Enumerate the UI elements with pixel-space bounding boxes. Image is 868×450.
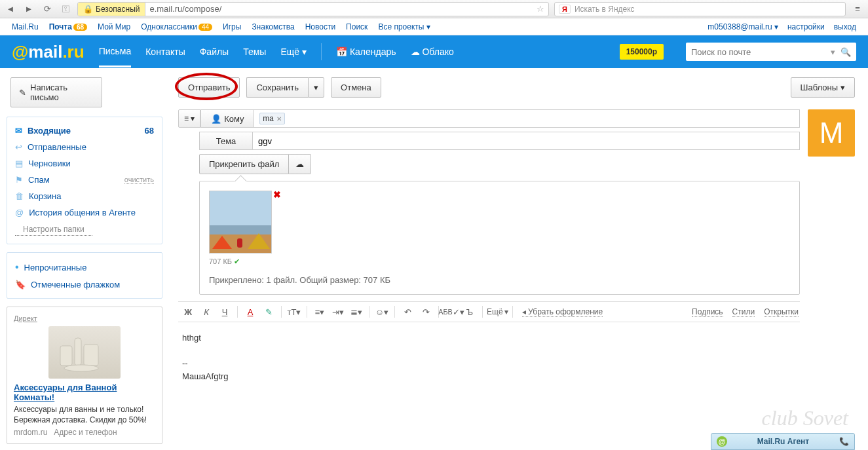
browser-toolbar: ◄ ► ⟳ ⚿ 🔒 Безопасный e.mail.ru/compose/ … <box>0 0 868 18</box>
compose-button[interactable]: ✎ Написать письмо <box>10 77 102 107</box>
folder-drafts[interactable]: ▤ Черновики <box>7 155 162 172</box>
highlight-icon[interactable]: ✎ <box>260 304 277 320</box>
avatar[interactable]: M <box>808 109 855 157</box>
signature-link[interactable]: Подпись <box>692 307 723 317</box>
portal-link-all[interactable]: Все проекты ▾ <box>378 22 430 31</box>
tab-themes[interactable]: Темы <box>243 47 266 57</box>
search-dropdown-icon[interactable]: ▾ <box>831 47 835 57</box>
postcards-link[interactable]: Открытки <box>764 307 799 317</box>
editor-body[interactable]: hthgt -- МашаAfgtrg <box>178 322 800 392</box>
remove-recipient-icon[interactable]: ✕ <box>276 115 282 122</box>
agent-icon: @ <box>15 208 24 217</box>
layout-toggle[interactable]: ≡ ▾ <box>178 109 200 128</box>
to-input[interactable]: ma✕ <box>254 109 800 128</box>
logout-link[interactable]: выход <box>834 22 856 31</box>
folder-trash[interactable]: 🗑 Корзина <box>7 188 162 204</box>
tab-cloud[interactable]: ☁ Облако <box>411 47 454 57</box>
inbox-icon: ✉ <box>15 126 22 136</box>
attachment-thumb[interactable]: ✖ 707 КБ ✔ <box>209 191 272 266</box>
folder-spam[interactable]: ⚑ Спам очистить <box>7 172 162 188</box>
cancel-button[interactable]: Отмена <box>331 77 381 98</box>
forward-icon[interactable]: ► <box>22 3 35 16</box>
italic-icon[interactable]: К <box>198 304 215 320</box>
tab-more[interactable]: Ещё ▾ <box>280 47 307 57</box>
filter-unread[interactable]: • Непрочитанные <box>7 258 162 276</box>
tab-contacts[interactable]: Контакты <box>145 47 185 57</box>
filter-flagged[interactable]: 🔖 Отмеченные флажком <box>7 276 162 293</box>
search-icon[interactable]: 🔍 <box>840 47 851 57</box>
recipient-chip[interactable]: ma✕ <box>259 113 285 124</box>
key-icon[interactable]: ⚿ <box>59 3 72 16</box>
emoji-icon[interactable]: ☺▾ <box>373 304 390 320</box>
tab-letters[interactable]: Письма <box>99 46 132 67</box>
tab-files[interactable]: Файлы <box>200 47 229 57</box>
subject-row: Тема <box>199 132 800 150</box>
redo-icon[interactable]: ↷ <box>417 304 434 320</box>
ad-title-link[interactable]: Аксессуары для Ванной Комнаты! <box>14 383 117 402</box>
clear-spam[interactable]: очистить <box>124 176 154 184</box>
portal-link-mail[interactable]: Почта68 <box>49 22 87 31</box>
folder-sent[interactable]: ↩ Отправленные <box>7 139 162 155</box>
ad-image[interactable] <box>48 326 121 379</box>
user-email[interactable]: m050388@mail.ru ▾ <box>708 22 778 31</box>
save-split-button: Сохранить ▾ <box>246 77 324 98</box>
attach-button[interactable]: Прикрепить файл <box>199 154 289 174</box>
check-icon: ✔ <box>234 257 240 265</box>
star-icon[interactable]: ☆ <box>533 4 548 14</box>
text-color-icon[interactable]: A <box>242 304 259 320</box>
portal-link-search[interactable]: Поиск <box>346 22 368 31</box>
yandex-search[interactable]: Я Искать в Яндекс <box>554 2 846 16</box>
lock-icon: 🔒 <box>83 5 93 14</box>
menu-icon[interactable]: ≡ <box>851 3 864 16</box>
portal-link-games[interactable]: Игры <box>223 22 241 31</box>
save-button[interactable]: Сохранить <box>246 77 308 98</box>
folder-label: Входящие <box>28 126 71 136</box>
back-icon[interactable]: ◄ <box>4 3 17 16</box>
clear-format[interactable]: ◂ Убрать оформление <box>522 307 603 317</box>
calendar-icon: 📅 <box>336 47 347 57</box>
portal-link-mailru[interactable]: Mail.Ru <box>12 22 39 31</box>
folder-inbox[interactable]: ✉ Входящие 68 <box>7 122 162 139</box>
mail-badge: 68 <box>73 24 87 31</box>
portal-link-mymir[interactable]: Мой Мир <box>98 22 130 31</box>
mail-search[interactable]: ▾ 🔍 <box>686 43 856 61</box>
settings-link[interactable]: настройки <box>787 22 825 31</box>
watermark: club Sovet <box>762 406 848 430</box>
list-icon[interactable]: ≣▾ <box>348 304 365 320</box>
ad-block: Директ Аксессуары для Ванной Комнаты! Ак… <box>7 307 162 444</box>
subject-input[interactable] <box>253 132 800 150</box>
remove-attachment-icon[interactable]: ✖ <box>273 189 281 200</box>
folder-agent-history[interactable]: @ История общения в Агенте <box>7 204 162 221</box>
svg-point-3 <box>64 365 98 371</box>
align-icon[interactable]: ≡▾ <box>311 304 328 320</box>
content: ✎ Написать письмо ✉ Входящие 68 ↩ Отправ… <box>0 68 868 450</box>
configure-folders[interactable]: Настроить папки <box>15 223 92 236</box>
toolbar-more[interactable]: Ещё▾ <box>487 307 508 316</box>
tab-calendar[interactable]: 📅 Календарь <box>336 47 396 57</box>
reload-icon[interactable]: ⟳ <box>41 3 54 16</box>
indent-icon[interactable]: ⇥▾ <box>330 304 347 320</box>
spellcheck-icon[interactable]: АБВ✓▾ <box>443 304 460 320</box>
save-dropdown[interactable]: ▾ <box>308 77 324 98</box>
styles-link[interactable]: Стили <box>732 307 755 317</box>
font-size-icon[interactable]: тТ▾ <box>286 304 303 320</box>
search-input[interactable] <box>691 47 825 57</box>
bold-icon[interactable]: Ж <box>179 304 197 320</box>
attach-cloud-button[interactable]: ☁ <box>289 154 311 174</box>
undo-icon[interactable]: ↶ <box>399 304 416 320</box>
underline-icon[interactable]: Ч <box>216 304 233 320</box>
portal-link-dating[interactable]: Знакомства <box>252 22 294 31</box>
spam-icon: ⚑ <box>15 175 23 185</box>
portal-link-news[interactable]: Новости <box>305 22 335 31</box>
portal-link-ok[interactable]: Одноклассники44 <box>141 22 212 31</box>
phone-icon[interactable]: 📞 <box>839 437 849 446</box>
body-separator: -- <box>182 357 796 370</box>
url-bar[interactable]: 🔒 Безопасный e.mail.ru/compose/ ☆ <box>77 2 549 16</box>
body-text: hthgt <box>182 331 796 345</box>
money-button[interactable]: 150000р <box>620 44 664 60</box>
templates-button[interactable]: Шаблоны ▾ <box>791 77 856 98</box>
translit-icon[interactable]: Ъ <box>461 304 478 320</box>
to-label-button[interactable]: 👤Кому <box>200 109 254 128</box>
mailru-logo[interactable]: @mail.ru <box>12 42 85 62</box>
agent-bar[interactable]: @ Mail.Ru Агент 📞 <box>711 433 855 450</box>
